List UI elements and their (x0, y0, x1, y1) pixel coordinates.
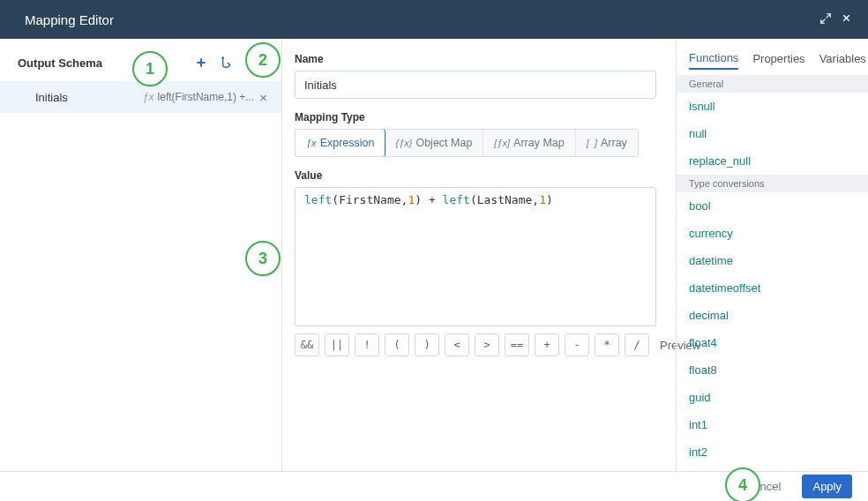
mapping-type-array-map[interactable]: [ƒx] Array Map (483, 130, 575, 156)
footer: Cancel Apply (0, 471, 868, 501)
schema-row-expr: left(FirstName,1) +... (158, 91, 255, 103)
op-div[interactable]: / (625, 333, 649, 356)
fn-item[interactable]: int4 (677, 466, 868, 471)
close-icon[interactable] (841, 12, 852, 26)
fn-item[interactable]: replace_null (677, 147, 868, 175)
tab-properties[interactable]: Properties (752, 52, 804, 69)
fn-item[interactable]: datetimeoffset (677, 274, 868, 302)
svg-point-1 (250, 58, 258, 66)
functions-pane: Functions Properties Variables General i… (676, 39, 868, 471)
fn-item[interactable]: currency (677, 220, 868, 247)
operator-row: && || ! ( ) < > == + - * / Preview (295, 333, 656, 356)
fx-bracket-icon: [ƒx] (494, 138, 510, 148)
window-title: Mapping Editor (25, 12, 114, 27)
svg-point-0 (221, 56, 224, 59)
editor-pane: Name Mapping Type ƒx Expression {ƒx} Obj… (282, 39, 676, 471)
array-icon: [ ] (587, 138, 597, 148)
op-mul[interactable]: * (595, 333, 619, 356)
schema-row-name: Initials (35, 91, 143, 104)
fn-section-type-conversions: Type conversions (677, 175, 868, 192)
tab-variables[interactable]: Variables (819, 52, 866, 69)
op-gt[interactable]: > (475, 333, 499, 356)
op-not[interactable]: ! (355, 333, 379, 356)
expand-icon[interactable] (819, 12, 832, 27)
fn-item[interactable]: decimal (677, 302, 868, 329)
name-input[interactable] (295, 71, 656, 99)
op-lparen[interactable]: ( (385, 333, 409, 356)
search-icon[interactable] (244, 53, 264, 72)
schema-row-delete-icon[interactable]: × (254, 90, 273, 105)
fn-item[interactable]: float4 (677, 329, 868, 356)
output-schema-pane: Output Schema Initials ƒx left(FirstName… (0, 39, 282, 471)
mt-label: Expression (320, 137, 375, 149)
fx-brace-icon: {ƒx} (395, 138, 412, 148)
fn-item[interactable]: isnull (677, 93, 868, 120)
mapping-type-array[interactable]: [ ] Array (576, 130, 638, 156)
cancel-button[interactable]: Cancel (735, 475, 791, 498)
fn-item[interactable]: int2 (677, 438, 868, 466)
apply-button[interactable]: Apply (802, 475, 852, 498)
op-eq[interactable]: == (505, 333, 529, 356)
add-icon[interactable] (191, 53, 211, 72)
fx-icon: ƒx (143, 91, 154, 103)
op-rparen[interactable]: ) (415, 333, 439, 356)
value-label: Value (295, 169, 656, 182)
fx-prefix-icon: ƒx (306, 138, 317, 148)
mapping-type-label: Mapping Type (295, 111, 656, 123)
schema-tool-icon[interactable] (218, 53, 237, 72)
mapping-type-object-map[interactable]: {ƒx} Object Map (385, 130, 483, 156)
op-or[interactable]: || (325, 333, 349, 356)
op-and[interactable]: && (295, 333, 319, 356)
expression-editor[interactable]: left(FirstName,1) + left(LastName,1) (295, 187, 656, 326)
fn-item[interactable]: int1 (677, 411, 868, 438)
mt-label: Array Map (513, 137, 565, 149)
fn-item[interactable]: datetime (677, 247, 868, 274)
name-label: Name (295, 53, 656, 65)
op-lt[interactable]: < (445, 333, 469, 356)
schema-row[interactable]: Initials ƒx left(FirstName,1) +... × (0, 81, 281, 113)
mapping-type-expression[interactable]: ƒx Expression (295, 129, 385, 157)
fn-item[interactable]: null (677, 120, 868, 147)
output-schema-title: Output Schema (18, 56, 184, 70)
fn-item[interactable]: float8 (677, 356, 868, 384)
fn-item[interactable]: bool (677, 192, 868, 220)
tab-functions[interactable]: Functions (689, 51, 738, 70)
mt-label: Array (601, 137, 627, 149)
mt-label: Object Map (415, 137, 472, 149)
fn-item[interactable]: guid (677, 384, 868, 411)
op-minus[interactable]: - (565, 333, 589, 356)
mapping-type-group: ƒx Expression {ƒx} Object Map [ƒx] Array… (295, 129, 639, 157)
fn-section-general: General (677, 75, 868, 93)
window-header: Mapping Editor (0, 0, 868, 39)
op-plus[interactable]: + (535, 333, 559, 356)
